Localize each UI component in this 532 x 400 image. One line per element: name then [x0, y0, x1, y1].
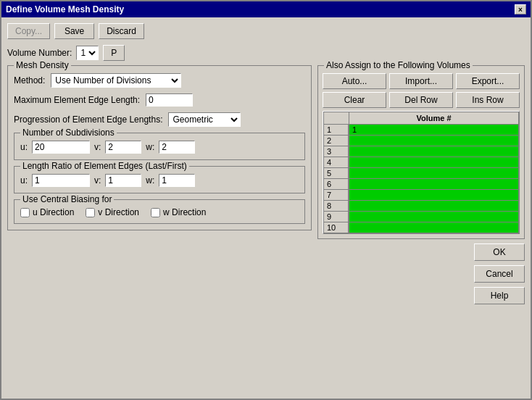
v-direction-label: v Direction [98, 207, 139, 217]
volume-number-select[interactable]: 1 [76, 46, 99, 60]
subdivisions-group: Number of Subdivisions u: 20 v: 2 w: 2 [14, 133, 305, 160]
right-side: Also Assign to the Following Volumes Aut… [317, 65, 525, 304]
row-value[interactable] [349, 190, 519, 201]
row-number: 9 [323, 212, 349, 222]
p-button[interactable]: P [103, 45, 125, 61]
method-row: Method: Use Number of Divisions [14, 73, 305, 88]
u-direction-item: u Direction [20, 207, 74, 217]
u-direction-checkbox[interactable] [20, 208, 30, 217]
sub-u-label: u: [20, 142, 28, 152]
ratio-group: Length Ratio of Element Edges (Last/Firs… [14, 166, 305, 193]
row-number: 6 [323, 179, 349, 190]
copy-button[interactable]: Copy... [7, 23, 50, 39]
u-direction-label: u Direction [33, 207, 74, 217]
assign-btns-row1: Auto... Import... Export... [323, 73, 520, 89]
table-row[interactable]: 6 [323, 179, 519, 190]
row-number: 7 [323, 190, 349, 201]
progression-select[interactable]: Geometric [168, 112, 241, 127]
sub-w-input[interactable]: 2 [159, 141, 195, 154]
table-row[interactable]: 3 [323, 146, 519, 157]
row-number: 4 [323, 157, 349, 168]
clear-button[interactable]: Clear [323, 92, 386, 108]
ratio-v-input[interactable]: 1 [105, 174, 141, 187]
table-row[interactable]: 9 [323, 212, 519, 222]
action-buttons: OK Cancel Help [317, 243, 525, 304]
row-value[interactable] [349, 168, 519, 179]
main-window: Define Volume Mesh Density × Copy... Sav… [0, 0, 532, 400]
ratio-label: Length Ratio of Element Edges (Last/Firs… [20, 161, 189, 171]
sub-w-label: w: [146, 142, 154, 152]
table-row[interactable]: 5 [323, 168, 519, 179]
row-value[interactable]: 1 [349, 125, 519, 136]
ratio-u-input[interactable]: 1 [32, 174, 90, 187]
close-button[interactable]: × [515, 4, 526, 14]
row-value[interactable] [349, 157, 519, 168]
volume-table: Volume # 112345678910 [323, 111, 520, 234]
table-header: Volume # [323, 112, 519, 125]
save-button[interactable]: Save [54, 23, 94, 39]
volume-number-label: Volume Number: [7, 48, 72, 58]
subdivisions-label: Number of Subdivisions [20, 128, 117, 138]
row-number: 8 [323, 201, 349, 212]
method-select[interactable]: Use Number of Divisions [51, 73, 181, 88]
toolbar: Copy... Save Discard [7, 23, 525, 39]
row-value[interactable] [349, 146, 519, 157]
progression-row: Progression of Element Edge Lengths: Geo… [14, 112, 305, 127]
row-value[interactable] [349, 212, 519, 222]
table-header-vol: Volume # [349, 112, 519, 125]
also-assign-group: Also Assign to the Following Volumes Aut… [317, 65, 525, 239]
mesh-density-group-label: Mesh Density [14, 60, 71, 70]
import-button[interactable]: Import... [389, 73, 453, 89]
ratio-w-label: w: [146, 175, 154, 186]
row-value[interactable] [349, 136, 519, 146]
title-bar: Define Volume Mesh Density × [1, 1, 531, 17]
table-row[interactable]: 10 [323, 222, 519, 233]
sub-v-input[interactable]: 2 [105, 141, 141, 154]
v-direction-item: v Direction [86, 207, 139, 217]
row-value[interactable] [349, 179, 519, 190]
row-value[interactable] [349, 201, 519, 212]
max-edge-input[interactable]: 0 [146, 93, 193, 107]
max-edge-row: Maximum Element Edge Length: 0 [14, 93, 305, 107]
table-header-num [323, 112, 349, 125]
export-button[interactable]: Export... [456, 73, 520, 89]
ratio-w-input[interactable]: 1 [159, 174, 195, 187]
ok-button[interactable]: OK [474, 243, 525, 261]
help-button[interactable]: Help [474, 287, 525, 304]
biasing-checkbox-row: u Direction v Direction w Direction [20, 207, 299, 217]
del-row-button[interactable]: Del Row [389, 92, 453, 108]
w-direction-checkbox[interactable] [151, 208, 160, 217]
left-panel: Mesh Density Method: Use Number of Divis… [7, 65, 312, 304]
table-row[interactable]: 11 [323, 125, 519, 136]
discard-button[interactable]: Discard [99, 23, 144, 39]
table-row[interactable]: 4 [323, 157, 519, 168]
table-row[interactable]: 2 [323, 136, 519, 146]
cancel-button[interactable]: Cancel [474, 265, 525, 283]
mesh-density-group: Mesh Density Method: Use Number of Divis… [7, 65, 312, 230]
progression-label: Progression of Element Edge Lengths: [14, 114, 162, 125]
biasing-group: Use Central Biasing for u Direction v Di… [14, 199, 305, 224]
biasing-label: Use Central Biasing for [20, 194, 114, 204]
sub-u-input[interactable]: 20 [32, 141, 90, 154]
row-number: 2 [323, 136, 349, 146]
v-direction-checkbox[interactable] [86, 208, 95, 217]
subdivisions-uvw-row: u: 20 v: 2 w: 2 [20, 141, 299, 154]
row-value[interactable] [349, 222, 519, 233]
table-row[interactable]: 7 [323, 190, 519, 201]
row-number: 10 [323, 222, 349, 233]
content-area: Copy... Save Discard Volume Number: 1 P … [1, 17, 531, 310]
w-direction-item: w Direction [151, 207, 206, 217]
also-assign-label: Also Assign to the Following Volumes [324, 60, 473, 70]
volume-number-row: Volume Number: 1 P [7, 45, 525, 61]
sub-v-label: v: [94, 142, 101, 152]
w-direction-label: w Direction [163, 207, 206, 217]
table-row[interactable]: 8 [323, 201, 519, 212]
assign-btns-row2: Clear Del Row Ins Row [323, 92, 520, 108]
row-number: 5 [323, 168, 349, 179]
method-label: Method: [14, 75, 45, 86]
ratio-v-label: v: [94, 175, 101, 186]
auto-button[interactable]: Auto... [323, 73, 386, 89]
window-title: Define Volume Mesh Density [6, 4, 124, 14]
ins-row-button[interactable]: Ins Row [456, 92, 520, 108]
row-number: 3 [323, 146, 349, 157]
